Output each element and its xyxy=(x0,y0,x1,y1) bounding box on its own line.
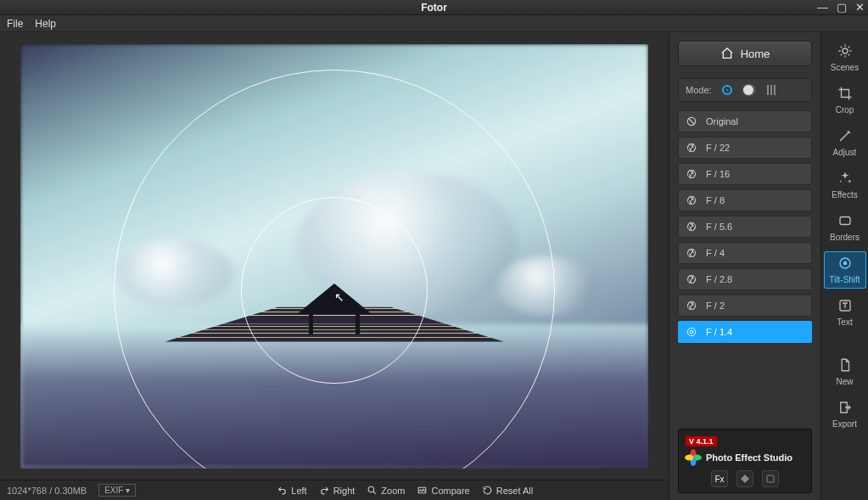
tool-rail: ScenesCropAdjustEffectsBordersTilt-Shift… xyxy=(820,32,868,500)
mode-linear-button[interactable] xyxy=(764,83,778,97)
sun-icon xyxy=(837,43,853,60)
reset-all-button[interactable]: Reset All xyxy=(482,485,533,496)
menu-bar: File Help xyxy=(0,15,868,32)
aperture-label: F / 5.6 xyxy=(706,222,732,232)
rect-icon xyxy=(837,213,853,230)
zoom-button[interactable]: Zoom xyxy=(367,485,405,496)
mode-toggle[interactable] xyxy=(742,83,756,97)
close-button[interactable]: ✕ xyxy=(855,2,865,13)
target-icon xyxy=(837,256,853,272)
aperture-option[interactable]: F / 22 xyxy=(678,137,812,159)
aperture-open-icon xyxy=(686,326,697,338)
promo-version: V 4.1.1 xyxy=(686,436,717,447)
image-dimensions-status: 1024*768 / 0.30MB xyxy=(7,486,87,496)
svg-point-16 xyxy=(843,262,846,265)
aperture-icon xyxy=(686,221,697,233)
minimize-button[interactable]: — xyxy=(817,2,828,13)
aperture-option[interactable]: F / 4 xyxy=(678,242,812,264)
svg-rect-12 xyxy=(767,475,774,482)
rail-label: Crop xyxy=(836,105,854,115)
aperture-label: Original xyxy=(706,116,738,126)
aperture-option[interactable]: F / 2.8 xyxy=(678,268,812,290)
svg-point-13 xyxy=(843,48,848,53)
rail-scenes[interactable]: Scenes xyxy=(824,39,866,76)
export-icon xyxy=(837,400,853,417)
svg-rect-14 xyxy=(840,217,850,225)
rail-crop[interactable]: Crop xyxy=(824,81,866,119)
promo-box[interactable]: V 4.1.1 Photo Effect Studio Fx xyxy=(678,429,812,493)
aperture-option[interactable]: F / 2 xyxy=(678,295,812,317)
aperture-icon xyxy=(686,142,697,154)
mode-selector: Mode: xyxy=(678,78,812,102)
promo-fx-button[interactable]: Fx xyxy=(711,470,728,487)
rail-label: Tilt-Shift xyxy=(829,275,860,284)
aperture-option[interactable]: F / 16 xyxy=(678,163,812,185)
rotate-right-button[interactable]: Right xyxy=(319,485,356,496)
compare-icon xyxy=(417,485,428,496)
svg-point-0 xyxy=(369,486,375,492)
rail-adjust[interactable]: Adjust xyxy=(824,124,866,161)
aperture-icon xyxy=(686,273,697,285)
exif-button[interactable]: EXIF▾ xyxy=(98,484,136,497)
rail-tiltshift[interactable]: Tilt-Shift xyxy=(824,251,866,289)
rail-label: Scenes xyxy=(831,63,859,72)
sparkles-icon xyxy=(837,171,853,188)
mode-label: Mode: xyxy=(686,85,712,95)
aperture-label: F / 4 xyxy=(706,248,725,258)
aperture-icon xyxy=(686,168,697,180)
home-button[interactable]: Home xyxy=(678,41,812,66)
aperture-option[interactable]: F / 1.4 xyxy=(678,321,812,343)
aperture-option[interactable]: Original xyxy=(678,110,812,132)
diamond-icon xyxy=(740,474,750,484)
aperture-option[interactable]: F / 5.6 xyxy=(678,216,812,238)
rotate-right-icon xyxy=(319,485,330,496)
aperture-icon xyxy=(686,194,697,206)
rail-borders[interactable]: Borders xyxy=(824,209,866,246)
promo-logo-icon xyxy=(686,450,701,465)
aperture-label: F / 1.4 xyxy=(706,327,732,337)
zoom-icon xyxy=(367,485,378,496)
svg-point-10 xyxy=(687,328,695,335)
aperture-option[interactable]: F / 8 xyxy=(678,189,812,211)
rail-label: Export xyxy=(832,419,857,429)
aperture-label: F / 22 xyxy=(706,143,730,153)
text-icon xyxy=(837,298,853,315)
aperture-icon xyxy=(686,247,697,259)
app-title: Fotor xyxy=(421,2,447,14)
compare-button[interactable]: Compare xyxy=(417,485,469,496)
cursor-icon: ↖ xyxy=(334,290,344,304)
ban-icon xyxy=(686,115,697,127)
maximize-button[interactable]: ▢ xyxy=(837,2,847,13)
rail-export[interactable]: Export xyxy=(824,396,866,433)
status-bar: 1024*768 / 0.30MB EXIF▾ Left Right Zoom … xyxy=(0,480,669,500)
rail-label: Effects xyxy=(832,190,857,199)
promo-diamond-button[interactable] xyxy=(736,470,753,487)
rotate-left-icon xyxy=(277,485,288,496)
menu-help[interactable]: Help xyxy=(35,18,56,30)
cloud xyxy=(496,256,598,316)
rail-label: New xyxy=(836,377,853,386)
rail-text[interactable]: Text xyxy=(824,294,866,331)
rail-effects[interactable]: Effects xyxy=(824,166,866,204)
rotate-left-button[interactable]: Left xyxy=(277,485,306,496)
home-icon xyxy=(720,47,734,60)
aperture-label: F / 8 xyxy=(706,195,725,205)
aperture-label: F / 2.8 xyxy=(706,274,732,284)
mode-circular-button[interactable] xyxy=(720,83,734,97)
aperture-list: OriginalF / 22F / 16F / 8F / 5.6F / 4F /… xyxy=(669,110,820,424)
menu-file[interactable]: File xyxy=(7,18,23,30)
rail-new[interactable]: New xyxy=(824,353,866,390)
image-canvas[interactable]: ↖ xyxy=(20,44,648,469)
cloud xyxy=(115,239,233,307)
promo-frame-button[interactable] xyxy=(762,470,779,487)
crop-icon xyxy=(837,86,853,103)
promo-name: Photo Effect Studio xyxy=(706,452,792,463)
file-icon xyxy=(837,357,853,374)
rail-label: Text xyxy=(837,317,852,327)
svg-point-11 xyxy=(690,330,693,334)
reset-icon xyxy=(482,485,493,496)
canvas-area[interactable]: ↖ xyxy=(0,32,669,480)
aperture-label: F / 16 xyxy=(706,169,730,179)
wand-icon xyxy=(837,128,853,145)
aperture-label: F / 2 xyxy=(706,301,725,311)
